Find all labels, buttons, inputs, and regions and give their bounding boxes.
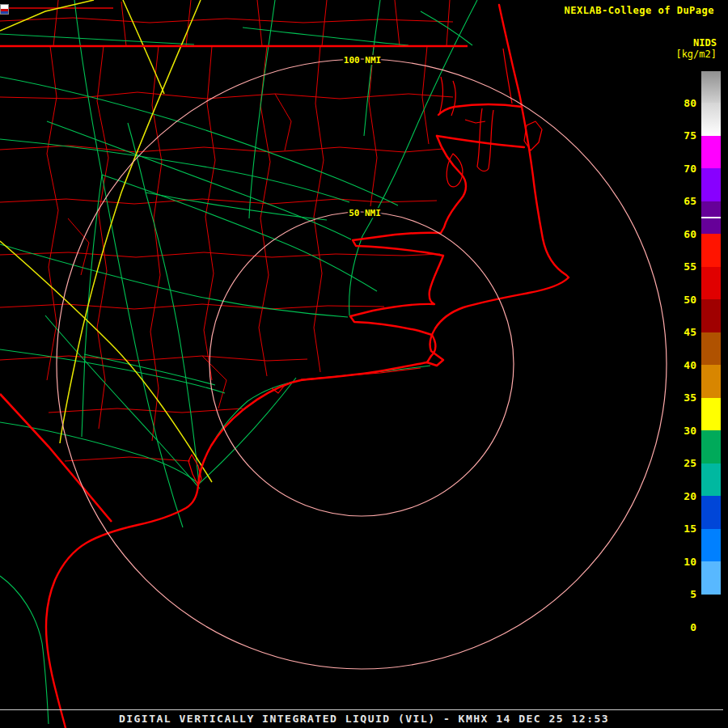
colorbar-tick-label: 0 <box>662 621 696 633</box>
range-ring-label-100nmi: 100 NMI <box>344 55 381 66</box>
colorbar-tick-label: 80 <box>662 97 696 109</box>
colorbar-segment <box>701 103 721 136</box>
colorbar-segment <box>701 332 721 366</box>
colorbar-segment <box>701 168 721 201</box>
colorbar-tick-label: 35 <box>662 392 696 404</box>
colorbar-segment <box>701 365 721 398</box>
colorbar-segment <box>701 234 721 267</box>
colorbar-segment <box>701 627 721 640</box>
range-ring-label-50nmi: 50 NMI <box>349 208 381 218</box>
colorbar-segment <box>701 496 721 529</box>
range-rings <box>57 59 667 669</box>
colorbar-segment <box>701 267 721 300</box>
colorbar-tick-label: 10 <box>662 556 696 568</box>
colorbar-segment <box>701 463 721 497</box>
colorbar-segment <box>701 529 721 562</box>
colorbar-tick-label: 40 <box>662 359 696 371</box>
colorbar-tick-label: 20 <box>662 490 696 502</box>
colorbar-tick-label: 70 <box>662 163 696 175</box>
brand-logo-icon <box>0 4 9 15</box>
colorbar-tick-label: 75 <box>662 129 696 142</box>
colorbar-segment <box>701 561 721 595</box>
coastline <box>46 5 569 728</box>
colorbar-tick-label: 60 <box>662 228 696 240</box>
legend-title: NIDS <box>647 37 717 49</box>
colorbar-tick-label: 5 <box>662 588 696 600</box>
colorbar-tick-label: 50 <box>662 294 696 306</box>
colorbar-tick-label: 65 <box>662 195 696 207</box>
product-caption: DIGITAL VERTICALLY INTEGRATED LIQUID (VI… <box>0 713 728 725</box>
footer-divider <box>0 709 723 710</box>
colorbar-segment <box>701 201 721 235</box>
colorbar-tick-label: 15 <box>662 523 696 535</box>
radar-display: 50 NMI 100 NMI NEXLAB-College of DuPage … <box>0 0 728 728</box>
highways-green <box>0 0 477 724</box>
brand-text: NEXLAB-College of DuPage <box>565 5 714 16</box>
colorbar-segment <box>701 398 721 431</box>
legend-units: [kg/m2] <box>647 49 717 60</box>
colorbar-segment <box>701 430 721 463</box>
colorbar-tick-label: 25 <box>662 457 696 469</box>
colorbar-tick-label: 45 <box>662 326 696 338</box>
county-boundaries <box>0 0 453 461</box>
interstates-yellow <box>0 0 212 482</box>
colorbar-tick-label: 30 <box>662 425 696 437</box>
colorbar-segment <box>701 595 721 628</box>
colorbar-segment <box>701 136 721 169</box>
colorbar-hail-marker <box>701 217 721 218</box>
colorbar-tick-label: 55 <box>662 260 696 273</box>
water-features <box>188 49 542 485</box>
radar-map: 50 NMI 100 NMI <box>0 0 728 728</box>
colorbar-segment <box>701 71 721 103</box>
colorbar-segment <box>701 299 721 332</box>
